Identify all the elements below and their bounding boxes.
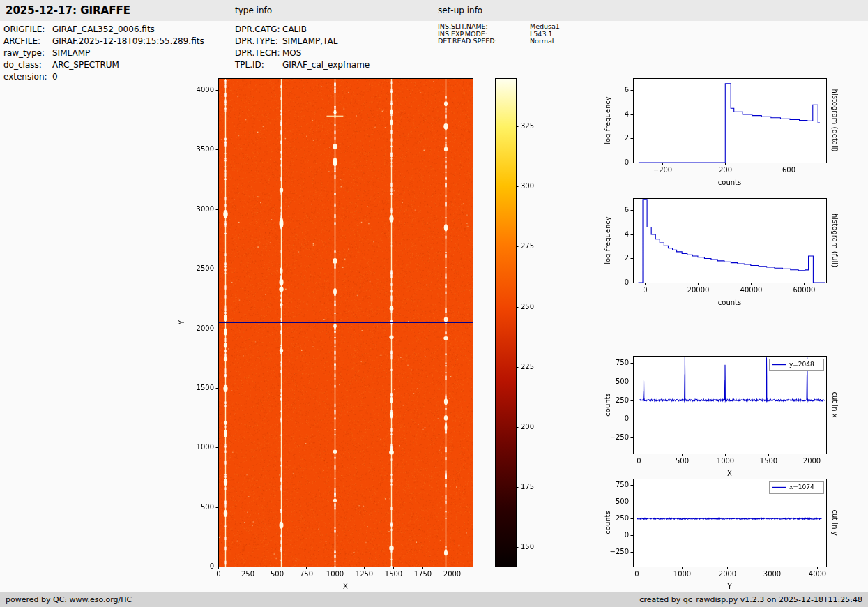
type-info-heading: type info	[235, 0, 272, 21]
footer-right-text: created by qc_rawdisp.py v1.2.3 on 2025-…	[639, 595, 862, 604]
footer-bar: powered by QC: www.eso.org/HC created by…	[0, 592, 868, 607]
meta-label: extension:	[3, 71, 52, 83]
meta-value: GIRAF_CAL352_0006.fits	[52, 24, 155, 36]
file-info-row: ORIGFILE: GIRAF_CAL352_0006.fits	[3, 24, 204, 36]
type-info-row: DPR.TECH: MOS	[235, 47, 370, 59]
cut-in-y-plot	[596, 465, 868, 601]
meta-value: ARC_SPECTRUM	[52, 59, 119, 71]
meta-label: DPR.TYPE:	[235, 36, 282, 47]
meta-value: SIMLAMP,TAL	[282, 36, 337, 47]
header-bar: 2025-12-17: GIRAFFE type info set-up inf…	[0, 0, 868, 21]
cut-in-x-plot	[596, 342, 868, 478]
type-info-block: DPR.CATG: CALIB DPR.TYPE: SIMLAMP,TAL DP…	[235, 24, 370, 71]
meta-value: GIRAF.2025-12-18T09:15:55.289.fits	[52, 36, 204, 47]
meta-label: DET.READ.SPEED:	[438, 38, 530, 45]
meta-label: DPR.CATG:	[235, 24, 282, 36]
meta-label: DPR.TECH:	[235, 47, 282, 59]
setup-info-row: INS.SLIT.NAME: Medusa1	[438, 23, 560, 31]
meta-value: Normal	[530, 38, 554, 45]
footer-left-text: powered by QC: www.eso.org/HC	[6, 595, 132, 604]
histogram-full-plot	[596, 186, 868, 322]
setup-info-row: DET.READ.SPEED: Normal	[438, 38, 560, 45]
meta-value: CALIB	[282, 24, 307, 36]
page-title: 2025-12-17: GIRAFFE	[6, 0, 130, 21]
histogram-detail-plot	[596, 66, 868, 202]
file-info-row: ARCFILE: GIRAF.2025-12-18T09:15:55.289.f…	[3, 36, 204, 47]
detector-image-plot	[164, 66, 495, 607]
setup-info-heading: set-up info	[438, 0, 482, 21]
setup-info-block: INS.SLIT.NAME: Medusa1 INS.EXP.MODE: L54…	[438, 23, 560, 45]
meta-label: raw_type:	[3, 47, 52, 59]
colorbar	[488, 66, 568, 607]
meta-value: 0	[52, 71, 58, 83]
type-info-row: DPR.TYPE: SIMLAMP,TAL	[235, 36, 370, 47]
meta-label: do_class:	[3, 59, 52, 71]
type-info-row: DPR.CATG: CALIB	[235, 24, 370, 36]
meta-value: Medusa1	[530, 23, 560, 31]
qc-report-page: 2025-12-17: GIRAFFE type info set-up inf…	[0, 0, 868, 607]
meta-value: SIMLAMP	[52, 47, 90, 59]
meta-label: ARCFILE:	[3, 36, 52, 47]
meta-value: MOS	[282, 47, 301, 59]
file-info-row: raw_type: SIMLAMP	[3, 47, 204, 59]
meta-label: ORIGFILE:	[3, 24, 52, 36]
meta-label: INS.SLIT.NAME:	[438, 23, 530, 31]
